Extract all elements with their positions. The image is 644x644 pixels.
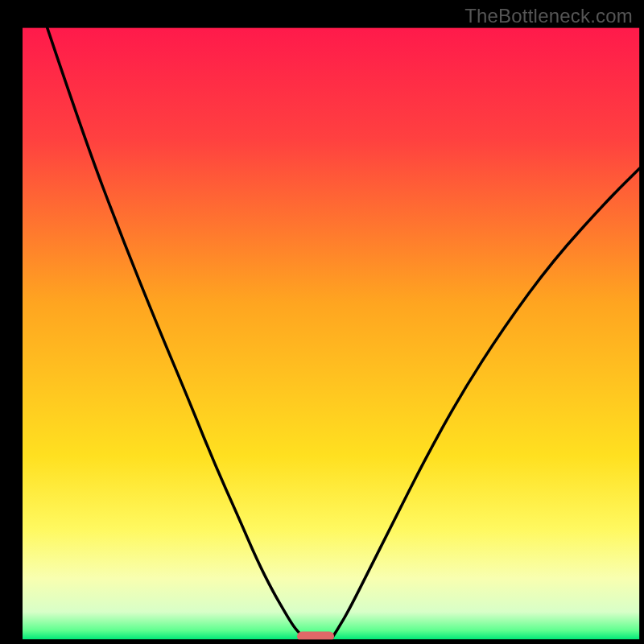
frame-border <box>0 639 644 644</box>
watermark-text: TheBottleneck.com <box>464 5 633 27</box>
chart-container: TheBottleneck.com <box>0 0 644 644</box>
frame-border <box>639 0 644 644</box>
plot-area <box>0 0 644 644</box>
gradient-background <box>23 27 639 639</box>
chart-svg <box>0 0 644 644</box>
frame-border <box>0 0 23 644</box>
